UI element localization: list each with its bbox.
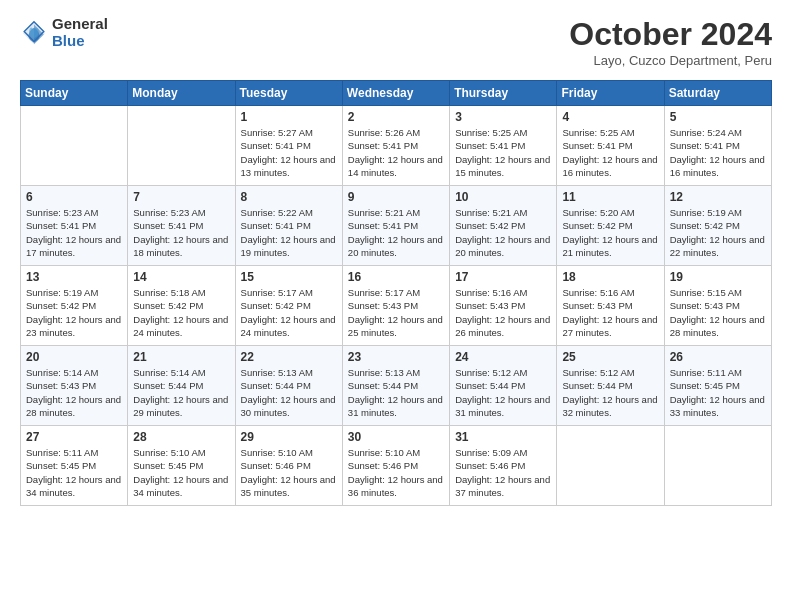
sunrise-text: Sunrise: 5:16 AM: [562, 286, 658, 299]
sunset-text: Sunset: 5:45 PM: [670, 379, 766, 392]
cell-date: 2: [348, 110, 444, 124]
sunrise-text: Sunrise: 5:20 AM: [562, 206, 658, 219]
sunset-text: Sunset: 5:41 PM: [348, 139, 444, 152]
cell-date: 29: [241, 430, 337, 444]
cell-detail: Sunrise: 5:12 AMSunset: 5:44 PMDaylight:…: [455, 366, 551, 419]
sunset-text: Sunset: 5:43 PM: [455, 299, 551, 312]
cell-date: 19: [670, 270, 766, 284]
sunset-text: Sunset: 5:44 PM: [348, 379, 444, 392]
cell-detail: Sunrise: 5:25 AMSunset: 5:41 PMDaylight:…: [562, 126, 658, 179]
cell-detail: Sunrise: 5:12 AMSunset: 5:44 PMDaylight:…: [562, 366, 658, 419]
cell-date: 10: [455, 190, 551, 204]
logo: General Blue: [20, 16, 108, 49]
sunrise-text: Sunrise: 5:14 AM: [26, 366, 122, 379]
sunrise-text: Sunrise: 5:19 AM: [26, 286, 122, 299]
sunrise-text: Sunrise: 5:19 AM: [670, 206, 766, 219]
cell-detail: Sunrise: 5:27 AMSunset: 5:41 PMDaylight:…: [241, 126, 337, 179]
daylight-text: Daylight: 12 hours and 29 minutes.: [133, 393, 229, 420]
cell-detail: Sunrise: 5:17 AMSunset: 5:42 PMDaylight:…: [241, 286, 337, 339]
daylight-text: Daylight: 12 hours and 20 minutes.: [348, 233, 444, 260]
daylight-text: Daylight: 12 hours and 24 minutes.: [241, 313, 337, 340]
calendar-cell: 5Sunrise: 5:24 AMSunset: 5:41 PMDaylight…: [664, 106, 771, 186]
calendar-cell: 21Sunrise: 5:14 AMSunset: 5:44 PMDayligh…: [128, 346, 235, 426]
calendar-cell: 29Sunrise: 5:10 AMSunset: 5:46 PMDayligh…: [235, 426, 342, 506]
daylight-text: Daylight: 12 hours and 28 minutes.: [26, 393, 122, 420]
daylight-text: Daylight: 12 hours and 36 minutes.: [348, 473, 444, 500]
sunset-text: Sunset: 5:44 PM: [241, 379, 337, 392]
daylight-text: Daylight: 12 hours and 27 minutes.: [562, 313, 658, 340]
daylight-text: Daylight: 12 hours and 31 minutes.: [455, 393, 551, 420]
sunset-text: Sunset: 5:42 PM: [455, 219, 551, 232]
day-header-tuesday: Tuesday: [235, 81, 342, 106]
cell-date: 23: [348, 350, 444, 364]
cell-date: 12: [670, 190, 766, 204]
cell-date: 15: [241, 270, 337, 284]
daylight-text: Daylight: 12 hours and 33 minutes.: [670, 393, 766, 420]
calendar-cell: 17Sunrise: 5:16 AMSunset: 5:43 PMDayligh…: [450, 266, 557, 346]
daylight-text: Daylight: 12 hours and 31 minutes.: [348, 393, 444, 420]
daylight-text: Daylight: 12 hours and 34 minutes.: [133, 473, 229, 500]
sunrise-text: Sunrise: 5:24 AM: [670, 126, 766, 139]
cell-detail: Sunrise: 5:19 AMSunset: 5:42 PMDaylight:…: [26, 286, 122, 339]
cell-detail: Sunrise: 5:14 AMSunset: 5:43 PMDaylight:…: [26, 366, 122, 419]
day-header-wednesday: Wednesday: [342, 81, 449, 106]
cell-detail: Sunrise: 5:21 AMSunset: 5:41 PMDaylight:…: [348, 206, 444, 259]
calendar-cell: 19Sunrise: 5:15 AMSunset: 5:43 PMDayligh…: [664, 266, 771, 346]
cell-detail: Sunrise: 5:19 AMSunset: 5:42 PMDaylight:…: [670, 206, 766, 259]
daylight-text: Daylight: 12 hours and 34 minutes.: [26, 473, 122, 500]
sunrise-text: Sunrise: 5:25 AM: [562, 126, 658, 139]
cell-date: 8: [241, 190, 337, 204]
cell-date: 14: [133, 270, 229, 284]
sunset-text: Sunset: 5:41 PM: [455, 139, 551, 152]
cell-date: 27: [26, 430, 122, 444]
sunset-text: Sunset: 5:45 PM: [133, 459, 229, 472]
sunrise-text: Sunrise: 5:10 AM: [133, 446, 229, 459]
daylight-text: Daylight: 12 hours and 20 minutes.: [455, 233, 551, 260]
daylight-text: Daylight: 12 hours and 21 minutes.: [562, 233, 658, 260]
logo-general: General: [52, 16, 108, 33]
sunset-text: Sunset: 5:44 PM: [133, 379, 229, 392]
sunrise-text: Sunrise: 5:17 AM: [241, 286, 337, 299]
sunset-text: Sunset: 5:43 PM: [26, 379, 122, 392]
sunset-text: Sunset: 5:41 PM: [670, 139, 766, 152]
sunrise-text: Sunrise: 5:27 AM: [241, 126, 337, 139]
calendar-cell: 12Sunrise: 5:19 AMSunset: 5:42 PMDayligh…: [664, 186, 771, 266]
calendar-cell: 7Sunrise: 5:23 AMSunset: 5:41 PMDaylight…: [128, 186, 235, 266]
cell-date: 20: [26, 350, 122, 364]
calendar-cell: 24Sunrise: 5:12 AMSunset: 5:44 PMDayligh…: [450, 346, 557, 426]
cell-detail: Sunrise: 5:10 AMSunset: 5:45 PMDaylight:…: [133, 446, 229, 499]
cell-detail: Sunrise: 5:15 AMSunset: 5:43 PMDaylight:…: [670, 286, 766, 339]
logo-text: General Blue: [52, 16, 108, 49]
month-title: October 2024: [569, 16, 772, 53]
cell-detail: Sunrise: 5:11 AMSunset: 5:45 PMDaylight:…: [26, 446, 122, 499]
cell-detail: Sunrise: 5:25 AMSunset: 5:41 PMDaylight:…: [455, 126, 551, 179]
sunrise-text: Sunrise: 5:18 AM: [133, 286, 229, 299]
calendar-cell: 10Sunrise: 5:21 AMSunset: 5:42 PMDayligh…: [450, 186, 557, 266]
calendar-cell: 1Sunrise: 5:27 AMSunset: 5:41 PMDaylight…: [235, 106, 342, 186]
calendar-cell: [128, 106, 235, 186]
cell-date: 13: [26, 270, 122, 284]
sunrise-text: Sunrise: 5:17 AM: [348, 286, 444, 299]
week-row-1: 1Sunrise: 5:27 AMSunset: 5:41 PMDaylight…: [21, 106, 772, 186]
daylight-text: Daylight: 12 hours and 15 minutes.: [455, 153, 551, 180]
page: General Blue October 2024 Layo, Cuzco De…: [0, 0, 792, 612]
daylight-text: Daylight: 12 hours and 35 minutes.: [241, 473, 337, 500]
location: Layo, Cuzco Department, Peru: [569, 53, 772, 68]
calendar-cell: 13Sunrise: 5:19 AMSunset: 5:42 PMDayligh…: [21, 266, 128, 346]
cell-detail: Sunrise: 5:17 AMSunset: 5:43 PMDaylight:…: [348, 286, 444, 339]
sunset-text: Sunset: 5:43 PM: [348, 299, 444, 312]
calendar-cell: [557, 426, 664, 506]
calendar-cell: 16Sunrise: 5:17 AMSunset: 5:43 PMDayligh…: [342, 266, 449, 346]
sunrise-text: Sunrise: 5:14 AM: [133, 366, 229, 379]
calendar-cell: 22Sunrise: 5:13 AMSunset: 5:44 PMDayligh…: [235, 346, 342, 426]
calendar-cell: 28Sunrise: 5:10 AMSunset: 5:45 PMDayligh…: [128, 426, 235, 506]
cell-date: 6: [26, 190, 122, 204]
cell-date: 7: [133, 190, 229, 204]
cell-date: 31: [455, 430, 551, 444]
day-header-thursday: Thursday: [450, 81, 557, 106]
cell-detail: Sunrise: 5:26 AMSunset: 5:41 PMDaylight:…: [348, 126, 444, 179]
sunrise-text: Sunrise: 5:23 AM: [133, 206, 229, 219]
logo-blue: Blue: [52, 33, 108, 50]
daylight-text: Daylight: 12 hours and 17 minutes.: [26, 233, 122, 260]
cell-date: 4: [562, 110, 658, 124]
